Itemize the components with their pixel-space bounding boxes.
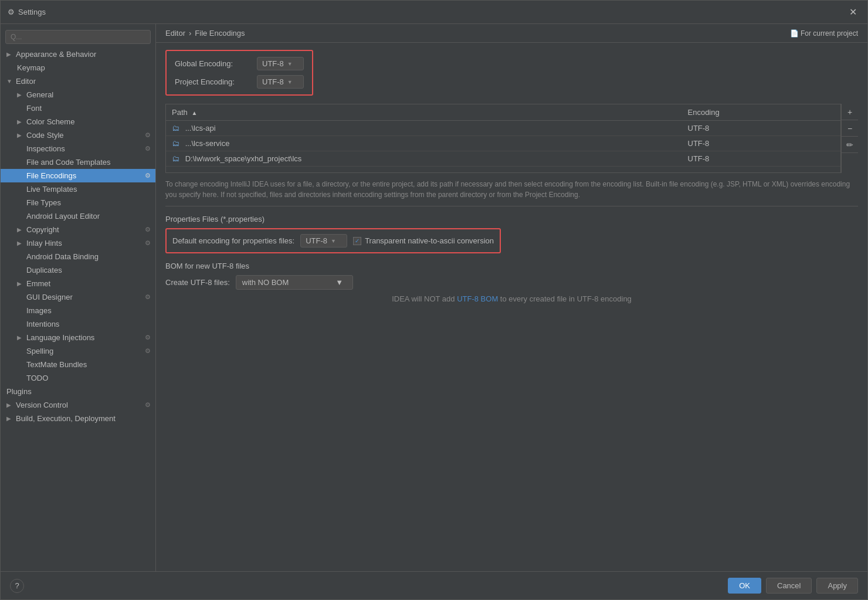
properties-section-title: Properties Files (*.properties): [165, 215, 858, 223]
sidebar-item-label: Copyright: [26, 225, 59, 234]
apply-button[interactable]: Apply: [816, 578, 858, 594]
expand-arrow: ▶: [6, 51, 13, 57]
expand-arrow: ▼: [6, 78, 13, 84]
main-content: Editor › File Encodings 📄 For current pr…: [156, 24, 867, 571]
sidebar-item-gui-designer[interactable]: GUI Designer ⚙: [1, 290, 155, 304]
sidebar-item-duplicates[interactable]: Duplicates: [1, 263, 155, 277]
info-text: To change encoding IntelliJ IDEA uses fo…: [165, 179, 858, 206]
default-encoding-dropdown[interactable]: UTF-8 ▼: [300, 234, 347, 248]
remove-button[interactable]: −: [842, 120, 858, 137]
sidebar-item-intentions[interactable]: Intentions: [1, 317, 155, 331]
transparent-label: Transparent native-to-ascii conversion: [365, 236, 494, 245]
default-encoding-label: Default encoding for properties files:: [172, 236, 294, 245]
create-bom-dropdown[interactable]: with NO BOM ▼: [236, 275, 353, 290]
sidebar-item-textmate[interactable]: TextMate Bundles: [1, 358, 155, 371]
sidebar-item-label: Intentions: [26, 320, 59, 328]
sidebar-item-live-templates[interactable]: Live Templates: [1, 182, 155, 196]
sidebar-item-android-data[interactable]: Android Data Binding: [1, 250, 155, 263]
sidebar-item-general[interactable]: ▶ General: [1, 88, 155, 101]
help-button[interactable]: ?: [10, 579, 24, 593]
table-row[interactable]: 🗂 ...\lcs-api UTF-8: [166, 121, 840, 136]
sidebar-item-file-types[interactable]: File Types: [1, 196, 155, 209]
search-input[interactable]: [5, 30, 151, 44]
col-encoding-header[interactable]: Encoding: [682, 104, 841, 121]
sidebar-item-todo[interactable]: TODO: [1, 371, 155, 385]
project-encoding-label: Project Encoding:: [175, 77, 251, 86]
table-cell-encoding: UTF-8: [682, 136, 841, 151]
add-button[interactable]: +: [842, 104, 858, 120]
sidebar-item-label: Android Layout Editor: [26, 212, 100, 221]
sidebar-item-plugins[interactable]: Plugins: [1, 385, 155, 398]
table-cell-encoding: UTF-8: [682, 151, 841, 167]
footer-right: OK Cancel Apply: [728, 578, 858, 594]
edit-button[interactable]: ✏: [842, 137, 858, 153]
sidebar-item-label: Keymap: [17, 63, 45, 72]
sidebar-item-code-style[interactable]: ▶ Code Style ⚙: [1, 128, 155, 142]
sidebar-item-label: Duplicates: [26, 266, 62, 274]
cancel-button[interactable]: Cancel: [766, 578, 812, 594]
sidebar-item-android-layout[interactable]: Android Layout Editor: [1, 209, 155, 223]
badge-icon: ⚙: [145, 145, 151, 152]
sidebar-item-inspections[interactable]: Inspections ⚙: [1, 142, 155, 155]
sidebar-item-build-execution[interactable]: ▶ Build, Execution, Deployment: [1, 412, 155, 425]
footer-left: ?: [10, 579, 24, 593]
sidebar-item-images[interactable]: Images: [1, 304, 155, 317]
sort-arrow-icon: ▲: [191, 110, 197, 116]
settings-dialog: ⚙ Settings ✕ ▶ Appearance & Behavior Key…: [0, 0, 868, 600]
badge-icon: ⚙: [145, 172, 151, 179]
sidebar-item-label: GUI Designer: [26, 293, 73, 301]
table-cell-path: 🗂 ...\lcs-api: [166, 121, 682, 136]
bom-note-link: UTF-8 BOM: [457, 294, 498, 303]
expand-arrow: ▶: [17, 118, 24, 125]
sidebar-item-file-encodings[interactable]: File Encodings ⚙: [1, 169, 155, 182]
table-cell-path: 🗂 ...\lcs-service: [166, 136, 682, 151]
sidebar-item-color-scheme[interactable]: ▶ Color Scheme: [1, 115, 155, 128]
sidebar-item-language-injections[interactable]: ▶ Language Injections ⚙: [1, 331, 155, 344]
sidebar-item-label: Images: [26, 306, 52, 315]
sidebar-item-label: File Types: [26, 198, 61, 207]
create-value: with NO BOM: [242, 278, 289, 287]
sidebar-item-file-code-templates[interactable]: File and Code Templates: [1, 155, 155, 169]
sidebar-item-label: Inspections: [26, 144, 65, 153]
settings-area: Global Encoding: UTF-8 ▼ Project Encodin…: [156, 43, 867, 571]
badge-icon: ⚙: [145, 401, 151, 409]
sidebar-item-label: Plugins: [6, 387, 32, 396]
sidebar-item-version-control[interactable]: ▶ Version Control ⚙: [1, 398, 155, 412]
expand-arrow: ▶: [6, 402, 13, 408]
folder-icon: 🗂: [172, 124, 179, 133]
global-encoding-label: Global Encoding:: [175, 59, 251, 68]
sidebar-item-editor[interactable]: ▼ Editor: [1, 74, 155, 88]
sidebar-item-label: TODO: [26, 374, 48, 382]
table-row[interactable]: 🗂 D:\lw\work_space\yxhd_project\lcs UTF-…: [166, 151, 840, 167]
file-table-wrapper: Path ▲ Encoding: [165, 104, 858, 173]
sidebar-item-emmet[interactable]: ▶ Emmet: [1, 277, 155, 290]
sidebar-item-label: File Encodings: [26, 171, 76, 180]
badge-icon: ⚙: [145, 226, 151, 233]
sidebar-item-copyright[interactable]: ▶ Copyright ⚙: [1, 223, 155, 236]
col-path-header[interactable]: Path ▲: [166, 104, 682, 121]
bom-section: BOM for new UTF-8 files Create UTF-8 fil…: [165, 262, 858, 303]
sidebar-item-keymap[interactable]: Keymap: [1, 61, 155, 74]
sidebar-item-label: TextMate Bundles: [26, 360, 87, 369]
breadcrumb: Editor › File Encodings 📄 For current pr…: [156, 24, 867, 43]
close-button[interactable]: ✕: [846, 5, 860, 19]
sidebar-item-spelling[interactable]: Spelling ⚙: [1, 344, 155, 358]
table-row[interactable]: 🗂 ...\lcs-service UTF-8: [166, 136, 840, 151]
folder-icon: 🗂: [172, 154, 179, 163]
global-encoding-dropdown[interactable]: UTF-8 ▼: [257, 57, 304, 70]
sidebar-item-label: Emmet: [26, 279, 50, 288]
dropdown-arrow-icon: ▼: [287, 79, 293, 85]
sidebar-item-label: Version Control: [16, 401, 68, 409]
bom-section-title: BOM for new UTF-8 files: [165, 262, 858, 270]
sidebar-item-label: Font: [26, 104, 42, 113]
sidebar-item-appearance[interactable]: ▶ Appearance & Behavior: [1, 48, 155, 61]
transparent-checkbox[interactable]: ✓: [353, 237, 361, 245]
ok-button[interactable]: OK: [728, 578, 761, 594]
sidebar-item-inlay-hints[interactable]: ▶ Inlay Hints ⚙: [1, 236, 155, 250]
expand-arrow: ▶: [6, 415, 13, 422]
project-icon: 📄: [790, 29, 799, 38]
project-encoding-dropdown[interactable]: UTF-8 ▼: [257, 75, 304, 89]
bom-note: IDEA will NOT add UTF-8 BOM to every cre…: [165, 294, 858, 303]
bom-row: Create UTF-8 files: with NO BOM ▼: [165, 275, 858, 290]
sidebar-item-font[interactable]: Font: [1, 101, 155, 115]
